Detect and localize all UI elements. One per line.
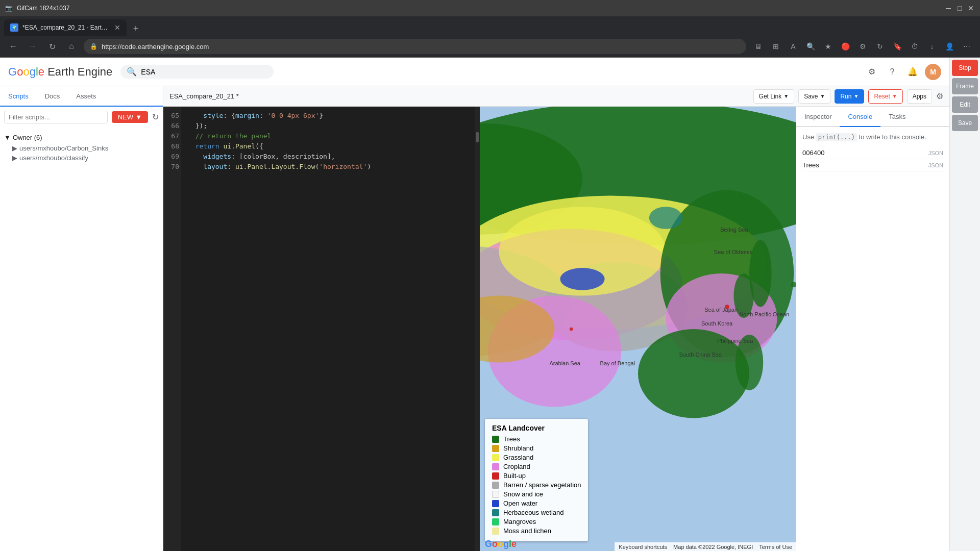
- bookmark-icon[interactable]: 🔖: [890, 39, 904, 54]
- browser-chrome: 🌍 *ESA_compare_20_21 - Earth En... ✕ + ←…: [0, 16, 980, 58]
- tab-inspector[interactable]: Inspector: [796, 107, 840, 127]
- tab-scripts[interactable]: Scripts: [0, 86, 37, 107]
- wetland-label: Herbaceous wetland: [503, 509, 564, 516]
- grid-icon[interactable]: ⊞: [769, 39, 783, 54]
- refresh-icon[interactable]: ↻: [873, 39, 887, 54]
- url-text: https://code.earthengine.google.com: [102, 43, 209, 51]
- shrubland-color: [492, 445, 499, 452]
- moss-color: [492, 528, 499, 535]
- owner-header[interactable]: ▼ Owner (6): [4, 132, 159, 143]
- legend-title: ESA Landcover: [492, 424, 581, 432]
- console-value-0: 006400: [802, 149, 824, 157]
- legend: ESA Landcover Trees Shrubland: [485, 419, 588, 541]
- extension1-icon[interactable]: 🔴: [838, 39, 852, 54]
- settings-icon[interactable]: ⚙: [864, 64, 880, 80]
- ee-search-bar[interactable]: 🔍: [120, 65, 274, 79]
- legend-item-shrubland: Shrubland: [492, 444, 581, 452]
- ee-body: Scripts Docs Assets NEW ▼ ↻ ▼: [0, 86, 949, 551]
- reset-btn[interactable]: Reset ▼: [868, 89, 902, 104]
- new-tab-btn[interactable]: +: [129, 21, 143, 36]
- download-icon[interactable]: ↓: [925, 39, 939, 54]
- snow-color: [492, 491, 499, 498]
- save-btn[interactable]: Save ▼: [798, 89, 830, 104]
- star-icon[interactable]: ★: [821, 39, 835, 54]
- console-value-1: Trees: [802, 161, 819, 169]
- trees-label: Trees: [503, 435, 520, 443]
- list-item[interactable]: ▶ users/mxhoubo/classify: [4, 153, 159, 163]
- map-footer: Keyboard shortcuts Map data ©2022 Google…: [615, 542, 796, 551]
- browser-actions: 🖥 ⊞ A 🔍 ★ 🔴 ⚙ ↻ 🔖 ⏱ ↓ 👤 ⋯: [751, 39, 974, 54]
- code-content: style: {margin: '0 0 4px 6px'} }); // re…: [181, 107, 480, 551]
- tab-assets[interactable]: Assets: [68, 86, 104, 107]
- back-btn[interactable]: ←: [6, 39, 20, 54]
- minimize-btn[interactable]: ─: [944, 4, 952, 12]
- tab-bar: 🌍 *ESA_compare_20_21 - Earth En... ✕ +: [0, 16, 980, 36]
- history-icon[interactable]: ⏱: [908, 39, 922, 54]
- profile-icon[interactable]: 👤: [942, 39, 957, 54]
- tab-docs[interactable]: Docs: [37, 86, 68, 107]
- legend-item-wetland: Herbaceous wetland: [492, 509, 581, 516]
- tab-console[interactable]: Console: [840, 107, 880, 127]
- extension2-icon[interactable]: ⚙: [855, 39, 870, 54]
- keyboard-shortcuts-link[interactable]: Keyboard shortcuts: [619, 544, 667, 550]
- folder-icon: ▶: [12, 144, 17, 152]
- reset-dropdown-icon: ▼: [892, 93, 897, 99]
- reload-btn[interactable]: ↻: [45, 39, 59, 54]
- console-item: Trees JSON: [802, 159, 943, 171]
- close-btn[interactable]: ✕: [967, 4, 975, 12]
- zoom-icon[interactable]: 🔍: [803, 39, 818, 54]
- legend-item-trees: Trees: [492, 435, 581, 443]
- refresh-scripts-icon[interactable]: ↻: [152, 112, 159, 122]
- svg-point-15: [733, 273, 753, 318]
- moss-label: Moss and lichen: [503, 527, 551, 535]
- run-btn[interactable]: Run ▼: [835, 89, 864, 104]
- svg-point-24: [570, 328, 573, 331]
- settings-gear-icon[interactable]: ⚙: [936, 91, 943, 101]
- home-btn[interactable]: ⌂: [64, 39, 79, 54]
- code-line: widgets: [colorBox, description],: [187, 152, 474, 162]
- legend-item-cropland: Cropland: [492, 463, 581, 470]
- lock-icon: 🔒: [90, 43, 97, 50]
- edit-btn[interactable]: Edit: [952, 96, 978, 113]
- new-script-btn[interactable]: NEW ▼: [112, 111, 148, 123]
- stop-btn[interactable]: Stop: [952, 60, 978, 76]
- inspector-content: Use print(...) to write to this console.…: [796, 127, 949, 551]
- notifications-icon[interactable]: 🔔: [904, 64, 921, 80]
- frame-btn[interactable]: Frame: [952, 78, 978, 94]
- search-icon: 🔍: [127, 67, 137, 77]
- save-gif-btn[interactable]: Save: [952, 115, 978, 131]
- wetland-color: [492, 509, 499, 516]
- line-numbers: 65 66 67 68 69 70: [163, 107, 181, 551]
- tab-tasks[interactable]: Tasks: [880, 107, 914, 127]
- svg-point-22: [560, 268, 604, 290]
- forward-btn[interactable]: →: [26, 39, 40, 54]
- search-input[interactable]: [141, 68, 243, 76]
- item-label: users/mxhoubo/classify: [19, 154, 88, 162]
- titlebar-app-icon: 📷: [5, 5, 13, 12]
- code-editor[interactable]: 65 66 67 68 69 70 style: {margin: '0 0 4…: [163, 107, 480, 551]
- list-item[interactable]: ▶ users/mxhoubo/Carbon_Sinks: [4, 143, 159, 153]
- dropdown-arrow-icon: ▼: [135, 113, 142, 121]
- owner-group: ▼ Owner (6) ▶ users/mxhoubo/Carbon_Sinks…: [4, 132, 159, 163]
- legend-item-mangroves: Mangroves: [492, 518, 581, 525]
- font-icon[interactable]: A: [786, 39, 800, 54]
- help-icon[interactable]: ?: [884, 64, 900, 80]
- ee-app: Google Earth Engine 🔍 ⚙ ? 🔔 M Scripts: [0, 58, 949, 551]
- address-bar: ← → ↻ ⌂ 🔒 https://code.earthengine.googl…: [0, 36, 980, 57]
- maximize-btn[interactable]: □: [955, 4, 964, 12]
- filter-input[interactable]: [4, 111, 108, 123]
- scripts-tabs: Scripts Docs Assets: [0, 86, 163, 107]
- apps-btn[interactable]: Apps: [907, 89, 932, 104]
- url-bar[interactable]: 🔒 https://code.earthengine.google.com: [84, 39, 746, 54]
- terms-of-use-link[interactable]: Terms of Use: [759, 544, 792, 550]
- map-container[interactable]: ⇔ Bering Sea Sea of Okhotsk Sea of Japan…: [480, 107, 796, 551]
- avatar[interactable]: M: [925, 64, 941, 80]
- code-line: return ui.Panel({: [187, 141, 474, 152]
- active-tab[interactable]: 🌍 *ESA_compare_20_21 - Earth En... ✕: [4, 19, 127, 36]
- folder-icon: ▶: [12, 154, 17, 162]
- code-lines: 65 66 67 68 69 70 style: {margin: '0 0 4…: [163, 107, 480, 551]
- get-link-btn[interactable]: Get Link ▼: [753, 89, 795, 104]
- cast-icon[interactable]: 🖥: [751, 39, 766, 54]
- tab-close-btn[interactable]: ✕: [114, 23, 120, 32]
- menu-icon[interactable]: ⋯: [960, 39, 974, 54]
